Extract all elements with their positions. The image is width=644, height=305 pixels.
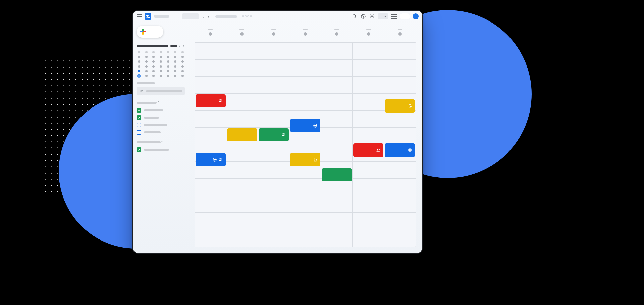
people-icon bbox=[139, 89, 144, 93]
calendar-item[interactable] bbox=[137, 123, 185, 127]
chevron-up-icon: ⌃ bbox=[157, 100, 160, 105]
next-period-button[interactable]: › bbox=[207, 14, 210, 19]
calendar-label bbox=[144, 109, 163, 111]
svg-point-15 bbox=[379, 149, 380, 150]
calendar-event[interactable] bbox=[290, 153, 320, 166]
day-header[interactable] bbox=[384, 29, 416, 36]
svg-point-12 bbox=[282, 133, 284, 135]
chevron-up-icon: ⌃ bbox=[161, 140, 164, 145]
svg-point-5 bbox=[141, 90, 142, 91]
apps-icon[interactable] bbox=[391, 13, 397, 19]
svg-point-20 bbox=[219, 158, 221, 159]
topbar: 31 ‹ › bbox=[133, 11, 422, 22]
week-indicator bbox=[242, 15, 252, 17]
svg-rect-11 bbox=[314, 125, 316, 126]
calendar-checkbox[interactable] bbox=[137, 108, 141, 113]
calendar-item[interactable] bbox=[137, 115, 185, 120]
calendar-item[interactable] bbox=[137, 147, 185, 152]
day-header[interactable] bbox=[321, 29, 353, 36]
calendar-logo[interactable]: 31 bbox=[145, 13, 151, 20]
calendar-checkbox[interactable] bbox=[137, 147, 141, 152]
calendar-item[interactable] bbox=[137, 130, 185, 135]
video-icon bbox=[313, 123, 318, 128]
video-icon bbox=[212, 157, 217, 162]
create-button[interactable] bbox=[137, 26, 163, 38]
svg-point-14 bbox=[377, 149, 378, 150]
my-calendars-header[interactable]: ⌃ bbox=[137, 100, 185, 105]
calendar-app-window: 31 ‹ › bbox=[132, 10, 423, 254]
calendar-event[interactable] bbox=[290, 119, 320, 132]
people-icon bbox=[218, 157, 223, 162]
svg-point-3 bbox=[363, 18, 364, 18]
svg-rect-19 bbox=[214, 159, 215, 160]
svg-point-8 bbox=[221, 100, 222, 101]
day-headers bbox=[195, 22, 416, 42]
calendar-event[interactable] bbox=[196, 153, 226, 166]
calendar-event[interactable] bbox=[227, 128, 257, 141]
mini-calendar[interactable]: ‹ › bbox=[137, 44, 185, 78]
svg-rect-17 bbox=[409, 149, 410, 151]
calendar-item[interactable] bbox=[137, 108, 185, 113]
view-selector[interactable] bbox=[378, 13, 388, 19]
settings-icon[interactable] bbox=[369, 13, 375, 19]
calendar-event[interactable] bbox=[353, 143, 383, 157]
calendar-checkbox[interactable] bbox=[137, 130, 141, 135]
calendar-label bbox=[144, 124, 167, 126]
calendar-event[interactable] bbox=[385, 99, 415, 113]
people-icon bbox=[376, 148, 381, 152]
day-header[interactable] bbox=[258, 29, 289, 36]
calendar-event[interactable] bbox=[322, 168, 352, 181]
search-people-label bbox=[137, 82, 155, 84]
app-title bbox=[154, 15, 169, 18]
svg-point-7 bbox=[219, 99, 221, 101]
calendar-checkbox[interactable] bbox=[137, 123, 141, 127]
mini-calendar-year-label bbox=[170, 45, 177, 47]
svg-line-1 bbox=[355, 17, 356, 18]
other-calendars-list bbox=[137, 147, 185, 152]
bag-icon bbox=[313, 157, 318, 162]
day-header[interactable] bbox=[226, 29, 258, 36]
video-icon bbox=[408, 148, 412, 152]
svg-point-6 bbox=[142, 90, 143, 91]
people-icon bbox=[218, 98, 223, 103]
search-icon[interactable] bbox=[352, 13, 358, 19]
menu-icon[interactable] bbox=[137, 14, 142, 18]
calendar-main bbox=[189, 22, 422, 253]
svg-point-4 bbox=[371, 16, 373, 17]
calendar-checkbox[interactable] bbox=[137, 115, 141, 120]
people-icon bbox=[281, 132, 286, 137]
help-icon[interactable] bbox=[360, 13, 366, 19]
sidebar: ‹ › ⌃ ⌃ bbox=[133, 22, 189, 253]
svg-point-13 bbox=[284, 134, 285, 135]
calendar-event[interactable] bbox=[196, 94, 226, 107]
day-header[interactable] bbox=[195, 29, 226, 36]
other-calendars-header[interactable]: ⌃ bbox=[137, 140, 185, 145]
calendar-label bbox=[144, 117, 159, 119]
calendar-label bbox=[144, 149, 169, 151]
calendar-event[interactable] bbox=[259, 128, 289, 141]
today-button[interactable] bbox=[182, 13, 199, 19]
mini-calendar-prev[interactable]: ‹ bbox=[178, 44, 181, 48]
bag-icon bbox=[408, 103, 412, 108]
mini-calendar-month-label bbox=[137, 45, 168, 47]
svg-point-0 bbox=[353, 15, 356, 17]
mini-calendar-next[interactable]: › bbox=[182, 44, 185, 48]
calendar-event[interactable] bbox=[385, 143, 415, 157]
day-header[interactable] bbox=[289, 29, 321, 36]
calendar-label bbox=[144, 131, 161, 133]
account-switcher[interactable] bbox=[400, 13, 410, 19]
plus-icon bbox=[140, 29, 146, 35]
prev-period-button[interactable]: ‹ bbox=[202, 14, 204, 19]
day-header[interactable] bbox=[353, 29, 384, 36]
search-people-input[interactable] bbox=[137, 87, 185, 95]
calendar-grid[interactable] bbox=[195, 42, 416, 247]
user-avatar[interactable] bbox=[413, 13, 419, 19]
current-period-label bbox=[215, 15, 237, 18]
my-calendars-list bbox=[137, 108, 185, 135]
svg-point-21 bbox=[221, 158, 222, 159]
